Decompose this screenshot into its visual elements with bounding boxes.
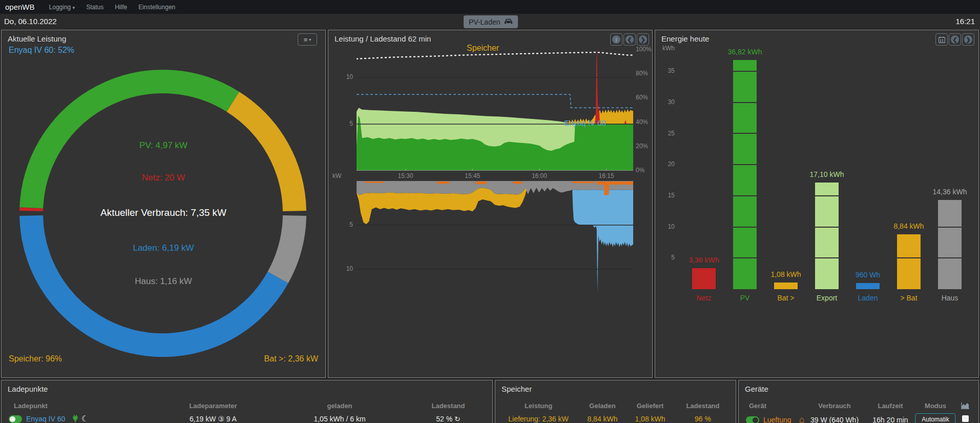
y-tick-label: 25 — [660, 130, 675, 137]
col-geraet: Gerät — [749, 402, 766, 410]
nav-item-hilfe[interactable]: Hilfe — [115, 4, 127, 11]
x-tick-label: 15:30 — [393, 172, 419, 179]
percent-tick-label: 40% — [636, 118, 652, 126]
bar-value-label: 14,36 kWh — [916, 188, 980, 196]
col-geladen: geladen — [327, 402, 352, 410]
line-enyaq-soc — [357, 94, 633, 108]
panel-energie-heute: Energie heute ❮ ❯ kWh 51015202530353,36 … — [655, 30, 979, 378]
percent-tick-label: 20% — [636, 143, 652, 150]
bar-value-label: 3,36 kWh — [671, 256, 737, 264]
app-brand: openWB — [5, 3, 35, 11]
chevron-left-icon: ❮ — [625, 35, 634, 44]
power-donut-chart — [2, 30, 326, 378]
chart-back-button[interactable]: ❮ — [623, 33, 636, 46]
bar-segment-line — [733, 71, 757, 72]
y-tick-label: 30 — [660, 98, 675, 106]
chart-icon[interactable] — [961, 402, 969, 409]
battery-power: Lieferung: 2,36 kW — [508, 415, 569, 423]
device-mode-button[interactable]: Automatik — [915, 413, 955, 423]
y-tick-label: 35 — [660, 67, 675, 74]
bar — [774, 283, 798, 289]
device-toggle[interactable] — [746, 416, 759, 423]
bar-segment-line — [733, 164, 757, 165]
bar — [692, 268, 716, 289]
bar-segment-line — [733, 195, 757, 196]
bar-segment-line — [733, 133, 757, 134]
percent-tick-label: 0% — [636, 167, 652, 174]
donut-seg-bat_out — [233, 102, 295, 211]
speicher-line-label: Speicher — [467, 44, 499, 53]
bar-segment-line — [938, 227, 962, 228]
bar-segment-line — [815, 227, 839, 228]
bar-category-label: > Bat — [886, 294, 932, 302]
col-ladepunkt: Ladepunkt — [14, 402, 48, 410]
chart-forward-button[interactable]: ❯ — [637, 33, 649, 46]
house-power-label: Haus: 1,16 kW — [2, 276, 325, 287]
bar-value-label: 960 Wh — [835, 271, 901, 279]
bar-value-label: 36,82 kWh — [712, 48, 778, 56]
chevron-down-icon: ▾ — [73, 5, 75, 10]
soc-value[interactable]: 52 % ↻ — [436, 415, 461, 423]
battery-soc-label: Speicher: 96% — [9, 354, 62, 364]
y-tick-label: 10 — [660, 223, 675, 230]
panel-title: Ladepunkte — [8, 385, 48, 393]
charge-power-label: Laden: 6,19 kW — [2, 243, 325, 253]
percent-tick-label: 100% — [636, 46, 652, 53]
bar-segment-line — [733, 257, 757, 258]
panel-title: Speicher — [502, 385, 532, 393]
x-tick-label: 16:00 — [527, 172, 552, 179]
battery-out-label: Bat >: 2,36 kW — [264, 354, 318, 364]
battery-delivered: 1,08 kWh — [635, 415, 665, 423]
bar — [856, 283, 880, 289]
chargepoint-toggle[interactable] — [9, 415, 22, 423]
nav-item-logging[interactable]: Logging ▾ — [49, 4, 75, 11]
charge-mode-button[interactable]: PV-Laden — [464, 15, 518, 28]
area-ev-charge — [572, 190, 633, 293]
enyaq-line-label: Enyaq IV 60 — [564, 118, 606, 127]
axis-unit-label: kW — [332, 172, 341, 179]
device-name-link[interactable]: Lueftung — [763, 416, 791, 423]
car-icon — [504, 18, 513, 25]
grid-power-label: Netz: 20 W — [2, 173, 325, 183]
col-laufzeit: Laufzeit — [878, 402, 903, 410]
device-runtime: 16h 20 min — [872, 416, 908, 423]
panel-title: Leistung / Ladestand 62 min — [335, 34, 431, 43]
panel-title: Geräte — [745, 385, 768, 393]
line-speicher-soc — [357, 52, 633, 59]
y-tick-label: 5 — [340, 120, 353, 127]
percent-tick-label: 60% — [636, 94, 652, 101]
sort-updown-icon: ▴▾ — [612, 35, 620, 44]
bar-segment-line — [733, 102, 757, 103]
consumption-label: Aktueller Verbrauch: 7,35 kW — [2, 207, 325, 218]
col-ladestand: Ladestand — [686, 402, 719, 410]
bar-category-label: Laden — [845, 294, 891, 302]
nav-item-einstellungen[interactable]: Einstellungen — [138, 4, 175, 11]
bar — [897, 234, 921, 289]
charge-parameter: 6,19 kW ③ 9 A — [190, 415, 237, 423]
chart-scale-button[interactable]: ▴▾ — [610, 33, 622, 46]
energy-bar-chart: 51015202530353,36 kWhNetz36,82 kWhPV1,08… — [655, 30, 979, 378]
battery-charged: 8,84 kWh — [587, 415, 617, 423]
battery-soc: 96 % — [695, 415, 711, 423]
col-geladen: Geladen — [589, 402, 615, 410]
col-ladeparameter: Ladeparameter — [189, 402, 237, 410]
col-leistung: Leistung — [525, 402, 552, 410]
pv-power-label: PV: 4,97 kW — [2, 140, 325, 151]
y-tick-label: 5 — [340, 221, 353, 228]
nav-item-status[interactable]: Status — [86, 4, 103, 11]
power-history-chart-upper: Speicher Enyaq IV 60 — [357, 47, 633, 171]
bar — [733, 60, 757, 289]
panel-leistung-ladestand: Leistung / Ladestand 62 min ▴▾ ❮ ❯ Speic… — [328, 30, 653, 378]
col-verbrauch: Verbrauch — [818, 402, 851, 410]
y-tick-label: 20 — [660, 160, 675, 168]
bar — [938, 200, 962, 289]
panel-aktuelle-leistung: Aktuelle Leistung ≡ ▾ Enyaq IV 60: 52% P… — [1, 30, 326, 378]
bar-value-label: 17,10 kWh — [794, 170, 860, 178]
chargepoint-name-link[interactable]: Enyaq IV 60 — [26, 415, 65, 423]
charged-amount: 1,05 kWh / 6 km — [314, 415, 365, 423]
house-icon: ⌂ — [799, 415, 804, 423]
current-time: 16:21 — [955, 17, 975, 26]
bar-segment-line — [733, 227, 757, 228]
col-geliefert: Geliefert — [637, 402, 664, 410]
device-checkbox[interactable] — [962, 415, 969, 422]
